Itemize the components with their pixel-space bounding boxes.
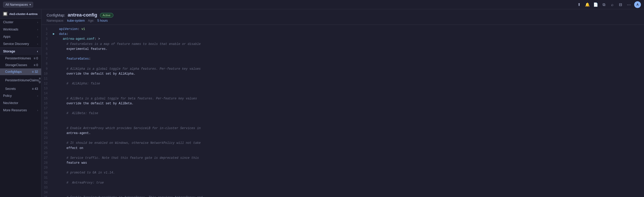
line-content: override the default set by AllBeta. [57, 101, 644, 106]
line-gutter [52, 116, 57, 121]
sidebar-cluster-logo[interactable]: 🔲 rke2-cluster-4-antrea [0, 9, 41, 19]
sidebar-item-cluster[interactable]: Cluster › [0, 19, 41, 26]
code-view[interactable]: 1 apiVersion: v1 2 ► data: 3 antrea-agen… [41, 25, 644, 197]
pv-label: PersistentVolumes [5, 57, 31, 60]
line-gutter [52, 106, 57, 111]
sidebar-item-config-maps[interactable]: ConfigMaps ≡ 32 [0, 68, 41, 75]
sidebar-storage-group[interactable]: Storage ‹ [0, 48, 41, 55]
top-header: All Namespaces ▾ ⬆ 🔔 📄 ⧉ ⌕ ⊟ ⋯ A [0, 0, 644, 9]
secrets-label: Secrets [5, 87, 16, 91]
line-content: # FeatureGates is a map of feature names… [57, 42, 644, 47]
table-row: 35 # Enable TopologyAwareHints in Antrea… [41, 195, 644, 197]
line-gutter [52, 190, 57, 195]
sidebar-item-persistent-volumes[interactable]: PersistentVolumes ≡ 0 [0, 55, 41, 62]
file-icon[interactable]: 📄 [593, 2, 598, 7]
resource-header: ConfigMap: antrea-config Active Namespac… [41, 9, 644, 25]
sidebar-item-workloads[interactable]: Workloads › [0, 26, 41, 33]
line-gutter [52, 131, 57, 136]
neuvector-label: NeuVector [3, 101, 18, 105]
namespace-selector[interactable]: All Namespaces ▾ [3, 2, 33, 7]
line-number: 29 [41, 166, 52, 170]
line-gutter [52, 185, 57, 190]
sidebar-item-storage-classes[interactable]: StorageClasses ≡ 0 [0, 62, 41, 68]
line-number: 2 [41, 32, 52, 37]
cluster-expand-icon: › [37, 21, 38, 24]
cm-badge-icon: ≡ [32, 70, 34, 74]
header-icons: ⬆ 🔔 📄 ⧉ ⌕ ⊟ ⋯ A [576, 1, 641, 8]
line-content: effect on [57, 146, 644, 151]
avatar[interactable]: A [634, 1, 641, 8]
secrets-count: 43 [35, 87, 38, 91]
cm-label: ConfigMaps [5, 70, 22, 74]
sidebar-item-apps[interactable]: Apps › [0, 33, 41, 40]
line-number: 34 [41, 190, 52, 195]
line-content [57, 190, 644, 195]
cluster-name-label: rke2-cluster-4-antrea [9, 12, 38, 15]
bell-icon[interactable]: 🔔 [584, 2, 590, 7]
copy-icon[interactable]: ⧉ [601, 2, 607, 7]
line-gutter [52, 156, 57, 161]
line-content [57, 166, 644, 170]
table-row: 11 [41, 76, 644, 81]
policy-label: Policy [3, 94, 12, 98]
line-content [57, 185, 644, 190]
line-gutter [52, 52, 57, 57]
line-gutter [52, 91, 57, 96]
sidebar-item-service-discovery[interactable]: Service Discovery › [0, 40, 41, 48]
more-options-icon[interactable]: ⋯ [626, 2, 632, 7]
sidebar-item-neuvector[interactable]: NeuVector [0, 99, 41, 107]
status-badge: Active [100, 13, 113, 18]
sidebar-item-more-resources[interactable]: More Resources › [0, 107, 41, 114]
table-row: 18 # AllBeta: false [41, 111, 644, 116]
search-icon[interactable]: ⌕ [609, 2, 615, 7]
table-row: 10 override the default set by AllAlpha. [41, 72, 644, 76]
table-row: 29 [41, 166, 644, 170]
more-resources-expand-icon: › [37, 109, 38, 112]
sidebar-item-secrets[interactable]: Secrets ≡ 43 [0, 85, 41, 92]
table-row: 15 # AllBeta is a global toggle for beta… [41, 96, 644, 101]
line-content: # It should be enabled on Windows, other… [57, 141, 644, 146]
upload-icon[interactable]: ⬆ [576, 2, 582, 7]
line-content [57, 106, 644, 111]
resource-title-row: ConfigMap: antrea-config Active [47, 12, 639, 18]
line-gutter [52, 180, 57, 185]
line-gutter [52, 61, 57, 66]
line-gutter [52, 42, 57, 47]
pvc-badge: ≡ 0 [39, 77, 41, 84]
table-row: 20 [41, 121, 644, 126]
line-number: 18 [41, 111, 52, 116]
sidebar-item-pvc[interactable]: PersistentVolumeClaims ≡ 0 [0, 75, 41, 85]
secrets-badge: ≡ 43 [32, 87, 38, 91]
sidebar-item-policy[interactable]: Policy › [0, 92, 41, 99]
sidebar-apps-label: Apps [3, 35, 11, 38]
table-row: 34 [41, 190, 644, 195]
line-number: 14 [41, 91, 52, 96]
line-content [57, 76, 644, 81]
table-row: 12 # AllAlpha: false [41, 81, 644, 86]
namespace-meta-value[interactable]: kube-system [67, 19, 85, 22]
line-gutter [52, 72, 57, 76]
line-number: 5 [41, 47, 52, 52]
table-row: 19 [41, 116, 644, 121]
service-discovery-expand-icon: › [37, 43, 38, 45]
line-number: 3 [41, 37, 52, 42]
table-row: 2 ► data: [41, 32, 644, 37]
line-gutter [52, 195, 57, 197]
line-number: 21 [41, 126, 52, 131]
line-gutter [52, 67, 57, 72]
table-row: 32 # AntreaProxy: true [41, 180, 644, 185]
sc-label: StorageClasses [5, 63, 27, 67]
line-content [57, 52, 644, 57]
split-icon[interactable]: ⊟ [618, 2, 623, 7]
line-content [57, 121, 644, 126]
line-content: featureGates: [57, 57, 644, 61]
table-row: 28 feature was [41, 161, 644, 166]
line-gutter [52, 170, 57, 175]
line-content: # AntreaProxy: true [57, 180, 644, 185]
line-number: 26 [41, 151, 52, 156]
line-content: # Enable TopologyAwareHints in AntreaPro… [57, 195, 644, 197]
line-content: # AllBeta is a global toggle for beta fe… [57, 96, 644, 101]
line-content: # AllAlpha is a global toggle for alpha … [57, 67, 644, 72]
line-number: 17 [41, 106, 52, 111]
more-resources-label: More Resources [3, 108, 27, 112]
